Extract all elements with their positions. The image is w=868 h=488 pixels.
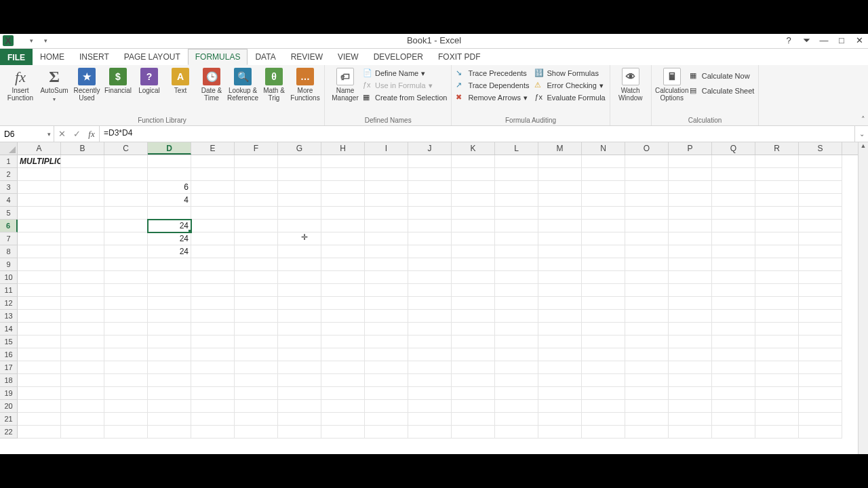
cell-N19[interactable] — [582, 387, 625, 400]
row-header-8[interactable]: 8 — [0, 245, 18, 258]
cell-Q19[interactable] — [712, 387, 755, 400]
cell-A8[interactable] — [18, 245, 61, 258]
cell-S22[interactable] — [799, 426, 842, 439]
cell-F13[interactable] — [235, 310, 278, 323]
cell-J14[interactable] — [408, 323, 452, 336]
cell-M11[interactable] — [538, 284, 582, 297]
cell-Q8[interactable] — [712, 245, 755, 258]
accept-formula-icon[interactable]: ✓ — [69, 129, 84, 139]
cell-C6[interactable] — [104, 220, 148, 232]
spreadsheet-grid[interactable]: ABCDEFGHIJKLMNOPQRS 1MULTIPLICATION23644… — [0, 142, 868, 454]
cell-A13[interactable] — [18, 310, 61, 323]
cell-Q7[interactable] — [712, 232, 755, 245]
cell-I1[interactable] — [365, 155, 408, 168]
cell-B13[interactable] — [61, 310, 104, 323]
cell-D2[interactable] — [148, 168, 191, 181]
cell-P12[interactable] — [669, 297, 712, 310]
cell-Q22[interactable] — [712, 426, 755, 439]
cell-J3[interactable] — [408, 181, 452, 194]
insert-function-icon[interactable]: fx — [84, 129, 99, 140]
cell-N6[interactable] — [582, 220, 625, 232]
column-header-J[interactable]: J — [408, 142, 452, 155]
cell-F7[interactable] — [235, 232, 278, 245]
cell-M14[interactable] — [538, 323, 582, 336]
cell-S2[interactable] — [799, 168, 842, 181]
cell-P3[interactable] — [669, 181, 712, 194]
cell-I2[interactable] — [365, 168, 408, 181]
row-header-21[interactable]: 21 — [0, 413, 18, 426]
column-header-E[interactable]: E — [191, 142, 235, 155]
cell-H9[interactable] — [321, 258, 365, 271]
cell-M20[interactable] — [538, 400, 582, 413]
cell-S6[interactable] — [799, 220, 842, 232]
cell-O6[interactable] — [625, 220, 669, 232]
cell-M7[interactable] — [538, 232, 582, 245]
cell-J19[interactable] — [408, 387, 452, 400]
cell-I22[interactable] — [365, 426, 408, 439]
cell-N14[interactable] — [582, 323, 625, 336]
use-in-formula-button[interactable]: ƒxUse in Formula ▾ — [363, 80, 447, 91]
cell-B22[interactable] — [61, 426, 104, 439]
cell-D14[interactable] — [148, 323, 191, 336]
cell-O17[interactable] — [625, 361, 669, 374]
cell-P13[interactable] — [669, 310, 712, 323]
show-formulas-button[interactable]: 🔢Show Formulas — [534, 68, 605, 79]
cell-N15[interactable] — [582, 336, 625, 348]
cell-H1[interactable] — [321, 155, 365, 168]
row-header-17[interactable]: 17 — [0, 361, 18, 374]
remove-arrows-button[interactable]: ✖Remove Arrows ▾ — [456, 92, 529, 103]
cell-C19[interactable] — [104, 387, 148, 400]
error-checking-button[interactable]: ⚠Error Checking ▾ — [534, 80, 605, 91]
cell-F22[interactable] — [235, 426, 278, 439]
cell-R20[interactable] — [755, 400, 799, 413]
row-header-11[interactable]: 11 — [0, 284, 18, 297]
cell-G1[interactable] — [278, 155, 321, 168]
cell-C22[interactable] — [104, 426, 148, 439]
cell-E22[interactable] — [191, 426, 235, 439]
cell-P4[interactable] — [669, 194, 712, 207]
cell-B15[interactable] — [61, 336, 104, 348]
cell-I3[interactable] — [365, 181, 408, 194]
row-header-1[interactable]: 1 — [0, 155, 18, 168]
cell-I17[interactable] — [365, 361, 408, 374]
cell-M16[interactable] — [538, 348, 582, 361]
cell-G4[interactable] — [278, 194, 321, 207]
cell-A15[interactable] — [18, 336, 61, 348]
cell-O7[interactable] — [625, 232, 669, 245]
define-name-button[interactable]: 📄Define Name ▾ — [363, 68, 447, 79]
cell-L19[interactable] — [495, 387, 538, 400]
cell-L18[interactable] — [495, 374, 538, 387]
cell-K16[interactable] — [452, 348, 495, 361]
cell-L13[interactable] — [495, 310, 538, 323]
cell-P21[interactable] — [669, 413, 712, 426]
cell-F15[interactable] — [235, 336, 278, 348]
cell-I8[interactable] — [365, 245, 408, 258]
cell-M6[interactable] — [538, 220, 582, 232]
cell-P18[interactable] — [669, 374, 712, 387]
cell-H11[interactable] — [321, 284, 365, 297]
cell-D6[interactable]: 24 — [148, 220, 191, 232]
cell-S9[interactable] — [799, 258, 842, 271]
cell-I6[interactable] — [365, 220, 408, 232]
cell-K6[interactable] — [452, 220, 495, 232]
row-header-10[interactable]: 10 — [0, 271, 18, 284]
column-header-O[interactable]: O — [625, 142, 669, 155]
cell-K21[interactable] — [452, 413, 495, 426]
row-header-12[interactable]: 12 — [0, 297, 18, 310]
cell-S17[interactable] — [799, 361, 842, 374]
cell-H3[interactable] — [321, 181, 365, 194]
cell-O8[interactable] — [625, 245, 669, 258]
cell-H16[interactable] — [321, 348, 365, 361]
row-header-20[interactable]: 20 — [0, 400, 18, 413]
cell-L17[interactable] — [495, 361, 538, 374]
cell-I15[interactable] — [365, 336, 408, 348]
cell-R19[interactable] — [755, 387, 799, 400]
cell-D18[interactable] — [148, 374, 191, 387]
tab-foxit[interactable]: FOXIT PDF — [431, 49, 488, 65]
cell-R2[interactable] — [755, 168, 799, 181]
cell-G11[interactable] — [278, 284, 321, 297]
column-header-D[interactable]: D — [148, 142, 191, 155]
trace-precedents-button[interactable]: ↘Trace Precedents — [456, 68, 529, 79]
tab-view[interactable]: VIEW — [330, 49, 366, 65]
cell-L9[interactable] — [495, 258, 538, 271]
